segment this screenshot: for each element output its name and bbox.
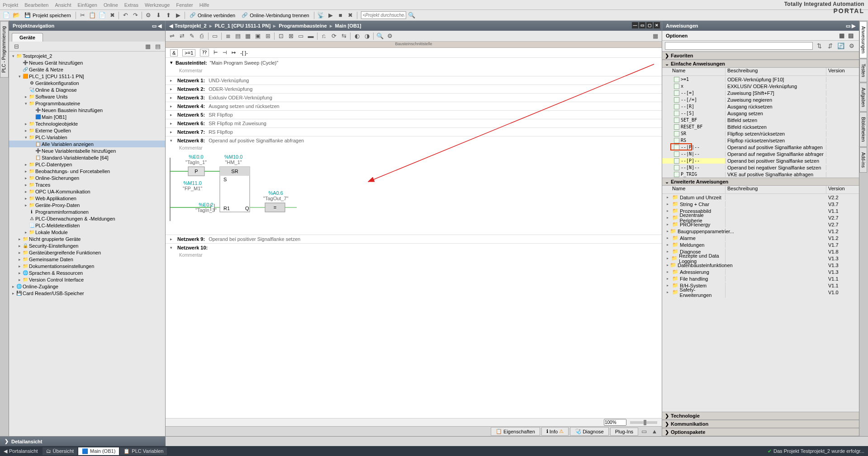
instruction-row[interactable]: xEXKLUSIV ODER-Verknüpfung <box>662 83 859 89</box>
folder-row[interactable]: ▸📁 Baugruppenparametrier...V1.2 <box>662 228 859 235</box>
et-icon[interactable]: ⊡ <box>276 32 285 40</box>
qb-or[interactable]: >=1 <box>182 49 195 56</box>
up-icon[interactable]: ▲ <box>650 428 659 436</box>
network-header[interactable]: ▸ Netzwerk 9:Operand bei positiver Signa… <box>166 235 662 243</box>
simulate-icon[interactable]: ▶ <box>174 11 183 19</box>
copy-icon[interactable]: 📋 <box>88 11 97 19</box>
network-header[interactable]: ▸ Netzwerk 4:Ausgang setzen und rücksetz… <box>166 102 662 110</box>
menu-ansicht[interactable]: Ansicht <box>55 2 71 8</box>
folder-row[interactable]: ▸📁 PROFIenergyV2.7 <box>662 221 859 228</box>
go-online-button[interactable]: 🔗 Online verbinden <box>187 12 238 19</box>
open-project-icon[interactable]: 📂 <box>12 11 21 19</box>
portal-view-button[interactable]: ◀ Portalansicht <box>4 448 38 454</box>
network-header[interactable]: ▾ Netzwerk 8:Operand auf positive Signal… <box>166 136 662 145</box>
et-icon[interactable]: ⊞ <box>263 32 272 40</box>
ext-instr-list[interactable]: ▸📁 Datum und UhrzeitV2.2▸📁 String + Char… <box>662 194 859 412</box>
zoom-slider[interactable] <box>630 421 657 424</box>
undo-icon[interactable]: ↶ <box>121 11 130 19</box>
collapse-all-icon[interactable]: ⊟ <box>12 42 21 51</box>
vtab-plc-prog[interactable]: PLC - Programmierung <box>0 21 9 78</box>
et-icon[interactable]: ⟳ <box>329 32 338 40</box>
folder-row[interactable]: ▸📁 AlarmeV1.2 <box>662 235 859 241</box>
opt-icon[interactable]: ▤ <box>846 32 855 40</box>
search-icon[interactable]: 🔍 <box>407 11 416 19</box>
tree-node[interactable]: ▸📁Traces <box>9 181 165 188</box>
compile-icon[interactable]: ⚙ <box>144 11 153 19</box>
section-optpkg[interactable]: ❯Optionspakete <box>662 428 859 436</box>
folder-row[interactable]: ▸📁 String + CharV3.7 <box>662 201 859 207</box>
qb-box2[interactable]: -[ ]- <box>240 50 248 56</box>
property-tab[interactable]: 📋Eigenschaften <box>491 427 540 436</box>
tree-node[interactable]: ▸📁Version Control Interface <box>9 276 165 283</box>
property-tab[interactable]: 🩺Diagnose <box>570 427 608 436</box>
status-tab[interactable]: 🗂Übersicht <box>43 447 77 455</box>
et-icon[interactable]: ⊠ <box>286 32 295 40</box>
instruction-row[interactable]: --[S]Ausgang setzen <box>662 110 859 117</box>
detail-header[interactable]: ❯Detailansicht <box>0 437 166 446</box>
section-comm[interactable]: ❯Kommunikation <box>662 420 859 428</box>
qb-and[interactable]: & <box>170 49 178 56</box>
instruction-row[interactable]: --[/=]Zuweisung negieren <box>662 96 859 103</box>
network-header[interactable]: ▸ Netzwerk 7:RS Flipflop <box>166 128 662 136</box>
tree-node[interactable]: ▸📁Gemeinsame Daten <box>9 256 165 263</box>
vtab-anweisungen[interactable]: Anweisungen <box>859 21 867 58</box>
status-tab[interactable]: 📋PLC Variablen <box>120 447 167 455</box>
tree-node[interactable]: 🟦Main [OB1] <box>9 113 165 120</box>
qb-branch[interactable]: ⊢ <box>213 50 218 56</box>
et-icon[interactable]: ⎙ <box>197 32 206 40</box>
paste-icon[interactable]: 📄 <box>98 11 107 19</box>
minimize-icon[interactable]: — <box>632 22 638 28</box>
tree-node[interactable]: ▸📁Geräte-Proxy-Daten <box>9 202 165 208</box>
toggle-icon[interactable]: ▤ <box>153 42 162 51</box>
et-icon[interactable]: ▦ <box>243 32 252 40</box>
folder-row[interactable]: ▸📁 AdressierungV1.3 <box>662 268 859 275</box>
menu-projekt[interactable]: Projekt <box>3 2 18 8</box>
tree-node[interactable]: 🩺Online & Diagnose <box>9 86 165 93</box>
tree-node[interactable]: ▾📁Testprojekt_2 <box>9 52 165 59</box>
menu-hilfe[interactable]: Hilfe <box>199 2 209 8</box>
tree-node[interactable]: ➕Neuen Baustein hinzufügen <box>9 107 165 113</box>
upload-icon[interactable]: ⬆ <box>164 11 173 19</box>
instruction-row[interactable]: --|N|--Operand auf negative Signalflanke… <box>662 150 859 157</box>
et-icon[interactable]: ▬ <box>306 32 315 40</box>
basic-instr-list[interactable]: >=1ODER-Verknüpfung [F10]xEXKLUSIV ODER-… <box>662 76 859 178</box>
tree-node[interactable]: ▸📁Beobachtungs- und Forcetabellen <box>9 168 165 174</box>
qb-box[interactable]: ⁇ <box>200 49 209 56</box>
tree-node[interactable]: ▸📁Software Units <box>9 93 165 100</box>
filter-icon[interactable]: ▦ <box>143 42 152 51</box>
tree-node[interactable]: ⚠PLC-Überwachungen & -Meldungen <box>9 215 165 222</box>
folder-row[interactable]: ▸📁 Datum und UhrzeitV2.2 <box>662 194 859 201</box>
et-icon[interactable]: ▤ <box>233 32 242 40</box>
collapse-icon[interactable]: ▭ <box>152 23 157 29</box>
folder-row[interactable]: ▸📁 Rezepte und Data LoggingV1.3 <box>662 255 859 262</box>
filter-icon[interactable]: 🔄 <box>836 42 845 50</box>
pin-icon[interactable]: ◀ <box>158 23 161 29</box>
search-input[interactable] <box>361 11 406 19</box>
save-project-button[interactable]: 💾 Projekt speichern <box>22 12 74 19</box>
network-header[interactable]: ▸ Netzwerk 3:Exklusiv ODER-Verknüpfung <box>166 94 662 102</box>
section-basic[interactable]: ⌄Einfache Anweisungen <box>662 60 859 68</box>
tree-node[interactable]: ▸📁Nicht gruppierte Geräte <box>9 235 165 242</box>
filter-icon[interactable]: ⇵ <box>825 42 835 50</box>
tree-node[interactable]: 📃PLC-Meldetextlisten <box>9 222 165 229</box>
tree-node[interactable]: ➕Neues Gerät hinzufügen <box>9 59 165 66</box>
folder-row[interactable]: ▸📁 Safety-ErweiterungenV1.0 <box>662 289 859 296</box>
tree-node[interactable]: ▸📁Externe Quellen <box>9 127 165 134</box>
menu-online[interactable]: Online <box>104 2 118 8</box>
instruction-row[interactable]: --|P|--Operand auf positive Signalflanke… <box>662 144 859 150</box>
instruction-row[interactable]: RSFlipflop rücksetzen/setzen <box>662 137 859 144</box>
instruction-row[interactable]: SET_BFBitfeld setzen <box>662 117 859 123</box>
menu-extras[interactable]: Extras <box>124 2 138 8</box>
tab-geraete[interactable]: Geräte <box>12 33 43 42</box>
et-icon[interactable]: ⚙ <box>385 32 394 40</box>
et-icon[interactable]: ▭ <box>210 32 219 40</box>
ladder-diagram[interactable]: P SR S R1 Q = %E0.0"TagIn_1" %M11.0"FP_M… <box>166 153 662 235</box>
tree-node[interactable]: ▸📁Geräteübergreifende Funktionen <box>9 249 165 256</box>
tree-node[interactable]: 📋Standard-Variablentabelle [64] <box>9 154 165 161</box>
et-icon[interactable]: ▭ <box>296 32 305 40</box>
et-icon[interactable]: 🔍 <box>375 32 384 40</box>
section-ext[interactable]: ⌄Erweiterte Anweisungen <box>662 178 859 186</box>
vtab-biblio[interactable]: Bibliotheken <box>859 112 867 146</box>
block-interface-bar[interactable]: Bausteinschnittstelle <box>166 42 662 48</box>
folder-row[interactable]: ▸📁 File handlingV1.1 <box>662 275 859 282</box>
